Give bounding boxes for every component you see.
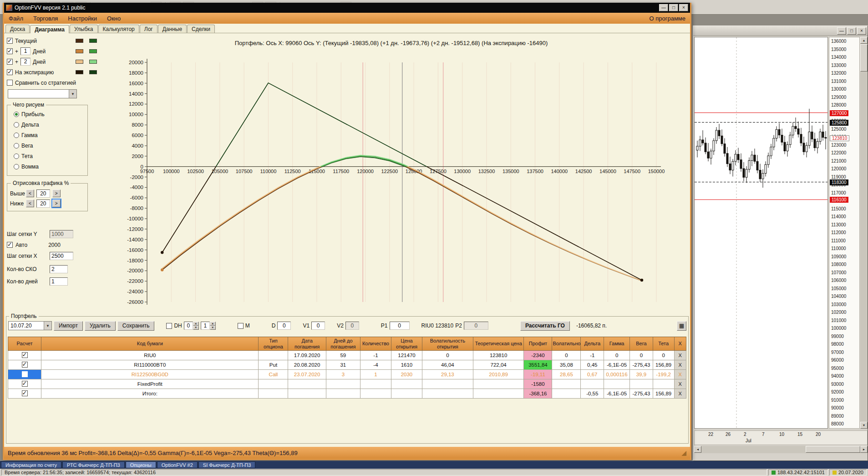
row-calc-checkbox[interactable] — [22, 390, 28, 396]
minimize-button[interactable]: — — [837, 27, 846, 35]
row-calc-checkbox[interactable] — [22, 371, 28, 377]
view-tab[interactable]: Лог — [140, 25, 157, 33]
column-header[interactable]: Цена открытия — [391, 337, 422, 351]
menu-Файл[interactable]: Файл — [9, 15, 23, 22]
row-calc-checkbox[interactable] — [22, 352, 28, 358]
series-toggle-checkbox[interactable] — [7, 59, 13, 65]
view-tab[interactable]: Калькулятор — [98, 25, 139, 33]
decrease-button[interactable]: < — [26, 200, 34, 207]
scroll-left-icon[interactable]: ◄ — [694, 446, 701, 453]
portfolio-date-select[interactable]: 10.07.20 ▼ — [8, 321, 52, 330]
maximize-button[interactable]: □ — [847, 27, 856, 35]
column-header[interactable]: Количество — [360, 337, 391, 351]
increase-button[interactable]: > — [52, 200, 61, 207]
column-header[interactable]: Дельта — [581, 337, 604, 351]
d-field[interactable]: 0 — [277, 322, 291, 330]
resize-grip-icon[interactable]: ◢ — [681, 449, 686, 456]
payoff-chart[interactable]: -26000-24000-22000-20000-18000-16000-140… — [96, 50, 686, 315]
row-delete-button[interactable]: X — [674, 370, 686, 379]
view-tab[interactable]: Улыбка — [70, 25, 98, 33]
save-button[interactable]: Сохранить — [117, 321, 155, 331]
draw-option-radio[interactable] — [14, 133, 19, 138]
days-offset-field[interactable]: 1 — [20, 47, 30, 55]
row-delete-button[interactable]: X — [674, 360, 686, 370]
column-header[interactable]: X — [674, 337, 686, 351]
view-tab[interactable]: Диаграмма — [30, 25, 69, 33]
view-tab[interactable]: Сделки — [187, 25, 215, 33]
scroll-down-icon[interactable]: ▼ — [860, 422, 868, 429]
series-toggle-checkbox[interactable] — [7, 48, 13, 54]
menu-Настройки[interactable]: Настройки — [68, 15, 97, 22]
grid-step-y-field[interactable]: 1000 — [50, 230, 73, 238]
calc-go-button[interactable]: Рассчитать ГО — [520, 321, 570, 331]
increase-button[interactable]: > — [52, 189, 61, 197]
column-header[interactable]: Дата погашения — [288, 337, 326, 351]
auto-grid-checkbox[interactable] — [7, 242, 13, 248]
column-header[interactable]: Тип опциона — [259, 337, 288, 351]
taskbar-tab[interactable]: SI Фьючерс Д-ТП-П3 — [198, 461, 256, 468]
window-titlebar[interactable]: OptionFVV версия 2.1 public — □ × — [4, 3, 690, 13]
grid-step-x-field[interactable]: 2500 — [50, 252, 73, 260]
compare-strategy-checkbox[interactable] — [7, 80, 13, 86]
view-tab[interactable]: Данные — [158, 25, 187, 33]
column-header[interactable]: Гамма — [604, 337, 630, 351]
row-delete-button[interactable]: X — [674, 351, 686, 360]
view-tab[interactable]: Доска — [5, 25, 30, 33]
days-count-field[interactable]: 1 — [50, 277, 68, 286]
taskbar-tab[interactable]: Опционы — [126, 461, 156, 468]
column-header[interactable]: Расчет — [8, 337, 41, 351]
p2-field[interactable]: 0 — [464, 322, 488, 330]
vertical-scrollbar[interactable]: ▲ ▼ — [860, 37, 868, 429]
column-header[interactable]: Профит — [524, 337, 552, 351]
table-row[interactable]: Итого:-368,16-0,55-6,1E-05-275,43156,89X — [8, 389, 686, 399]
row-delete-button[interactable]: X — [674, 389, 686, 399]
table-row[interactable]: RIU017.09.202059-11214700123810-23400-10… — [8, 351, 686, 360]
v1-field[interactable]: 0 — [311, 322, 325, 330]
row-calc-checkbox[interactable] — [22, 381, 28, 387]
taskbar-tab[interactable]: OptionFVV #2 — [157, 461, 198, 468]
chevron-down-icon[interactable]: ▼ — [69, 90, 76, 98]
percent-field[interactable]: 20 — [36, 200, 50, 208]
draw-option-radio[interactable] — [14, 143, 19, 148]
spin-up-icon[interactable]: ▲ — [193, 322, 199, 326]
row-delete-button[interactable]: X — [674, 379, 686, 389]
table-row[interactable]: RI122500BG0DCall23.07.202031203029,13201… — [8, 370, 686, 379]
scroll-up-icon[interactable]: ▲ — [860, 37, 868, 44]
menu-Торговля[interactable]: Торговля — [33, 15, 58, 22]
dh-spinner-2-value[interactable]: 1 — [201, 322, 210, 330]
draw-option-radio[interactable] — [14, 154, 19, 159]
close-button[interactable]: × — [857, 27, 866, 35]
dh-checkbox[interactable] — [166, 323, 172, 329]
column-header[interactable]: Код бумаги — [41, 337, 259, 351]
draw-option-radio[interactable] — [14, 164, 19, 169]
vertical-scroll-thumb[interactable] — [860, 44, 868, 72]
dh-spinner-2[interactable]: 1 ▲▼ — [201, 322, 216, 330]
dh-spinner-1-value[interactable]: 0 — [184, 322, 193, 330]
dh-spinner-1[interactable]: 0 ▲▼ — [184, 322, 199, 330]
row-calc-checkbox[interactable] — [22, 362, 28, 368]
column-header[interactable]: Волатильность — [552, 337, 581, 351]
minimize-button[interactable]: — — [659, 4, 668, 11]
series-toggle-checkbox[interactable] — [7, 38, 13, 44]
close-button[interactable]: × — [679, 4, 688, 11]
sko-count-field[interactable]: 2 — [50, 265, 68, 273]
spinner-arrows[interactable]: ▲▼ — [210, 322, 216, 330]
series-toggle-checkbox[interactable] — [7, 69, 13, 75]
maximize-button[interactable]: □ — [669, 4, 678, 11]
about-menu-item[interactable]: О программе — [649, 15, 685, 22]
column-header[interactable]: Дней до погашения — [326, 337, 360, 351]
m-checkbox[interactable] — [238, 323, 244, 329]
decrease-button[interactable]: < — [26, 189, 34, 197]
horizontal-scrollbar[interactable]: ◄ ► — [694, 446, 868, 453]
delete-button[interactable]: Удалить — [85, 321, 116, 331]
column-header[interactable]: Волатильность открытия — [422, 337, 473, 351]
percent-field[interactable]: 20 — [36, 189, 50, 198]
days-offset-field[interactable]: 2 — [20, 58, 30, 66]
spinner-arrows[interactable]: ▲▼ — [193, 322, 199, 330]
p1-field[interactable]: 0 — [390, 322, 410, 330]
v2-field[interactable]: 0 — [345, 322, 359, 330]
draw-option-radio[interactable] — [14, 112, 19, 117]
spin-down-icon[interactable]: ▼ — [210, 326, 216, 330]
column-header[interactable]: Тета — [653, 337, 674, 351]
grid-small-button[interactable]: ▦ — [677, 321, 686, 331]
